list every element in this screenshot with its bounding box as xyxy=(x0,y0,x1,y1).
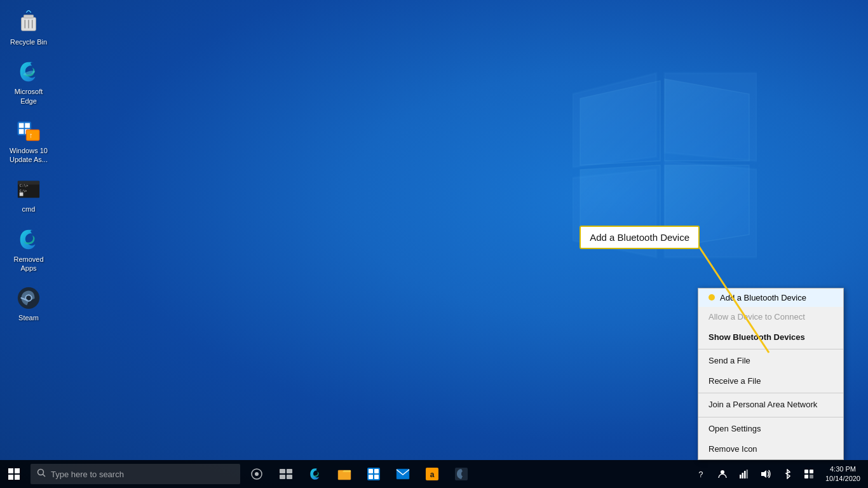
context-menu-open-settings[interactable]: Open Settings xyxy=(698,419,843,439)
recycle-bin-icon[interactable]: Recycle Bin xyxy=(3,6,54,50)
cortana-icon xyxy=(250,468,263,480)
bluetooth-tooltip: Add a Bluetooth Device xyxy=(580,226,700,249)
cmd-image: C:\> C:\> _ xyxy=(16,177,41,202)
svg-rect-33 xyxy=(15,475,20,480)
taskbar-edge-button[interactable] xyxy=(301,460,329,488)
taskbar-app8-button[interactable] xyxy=(447,460,475,488)
context-menu-receive-file[interactable]: Receive a File xyxy=(698,371,843,391)
svg-rect-9 xyxy=(24,15,33,18)
taskbar-edge-icon xyxy=(308,467,322,481)
svg-rect-61 xyxy=(810,475,813,478)
amazon-icon: a xyxy=(425,467,439,481)
context-menu-show-bluetooth[interactable]: Show Bluetooth Devices xyxy=(698,327,843,348)
taskbar-task-view-button[interactable] xyxy=(272,460,300,488)
context-menu-remove-icon[interactable]: Remove Icon xyxy=(698,439,843,459)
action-center-icon xyxy=(804,470,813,478)
svg-point-52 xyxy=(721,470,724,474)
svg-rect-15 xyxy=(19,123,24,128)
svg-text:C:\>: C:\> xyxy=(20,189,27,193)
svg-rect-46 xyxy=(369,475,373,479)
recycle-bin-label: Recycle Bin xyxy=(10,37,47,46)
cmd-label: cmd xyxy=(22,205,36,214)
search-input[interactable] xyxy=(51,470,216,479)
svg-text:C:\>: C:\> xyxy=(20,184,29,188)
svg-rect-54 xyxy=(742,473,743,478)
recycle-bin-image xyxy=(16,10,41,35)
context-menu-divider-3 xyxy=(698,417,843,417)
system-tray: ? xyxy=(691,460,868,488)
removed-apps-icon[interactable]: Removed Apps xyxy=(3,224,54,276)
taskbar-clock[interactable]: 4:30 PM 10/14/2020 xyxy=(820,460,865,488)
windows-start-icon xyxy=(8,468,20,480)
menu-bullet xyxy=(709,294,715,301)
svg-rect-44 xyxy=(369,469,373,473)
removed-apps-label: Removed Apps xyxy=(6,255,51,273)
svg-rect-31 xyxy=(15,468,20,473)
removed-apps-image xyxy=(16,227,41,252)
svg-rect-60 xyxy=(804,475,808,478)
svg-rect-41 xyxy=(287,475,292,479)
windows-update-label: Windows 10 Update As... xyxy=(6,146,51,165)
task-view-icon xyxy=(280,469,292,479)
tray-action-center-icon[interactable] xyxy=(799,460,819,488)
start-button[interactable] xyxy=(0,460,28,488)
steam-image xyxy=(16,285,41,311)
svg-rect-53 xyxy=(740,475,742,478)
taskbar-store-button[interactable] xyxy=(360,460,388,488)
tray-network-icon[interactable] xyxy=(734,460,754,488)
context-menu-join-pan[interactable]: Join a Personal Area Network xyxy=(698,395,843,415)
file-explorer-icon xyxy=(337,467,351,481)
cmd-icon[interactable]: C:\> C:\> _ cmd xyxy=(3,173,54,217)
volume-icon xyxy=(761,470,771,478)
taskbar-file-explorer-button[interactable] xyxy=(330,460,358,488)
bluetooth-context-menu: Add a Bluetooth Device Allow a Device to… xyxy=(698,288,844,460)
add-bluetooth-label: Add a Bluetooth Device xyxy=(720,293,806,302)
svg-rect-48 xyxy=(397,469,409,479)
taskbar-mail-button[interactable] xyxy=(389,460,417,488)
taskbar-amazon-button[interactable]: a xyxy=(418,460,446,488)
context-menu-add-bluetooth[interactable]: Add a Bluetooth Device xyxy=(698,288,843,307)
svg-rect-56 xyxy=(746,470,748,478)
microsoft-edge-icon[interactable]: Microsoft Edge xyxy=(3,56,54,109)
tray-help-button[interactable]: ? xyxy=(691,460,711,488)
svg-point-37 xyxy=(255,472,259,476)
svg-rect-47 xyxy=(374,475,379,479)
taskbar-apps: a xyxy=(243,460,691,488)
tray-person-button[interactable] xyxy=(712,460,733,488)
svg-rect-38 xyxy=(280,469,285,473)
svg-point-34 xyxy=(38,470,44,475)
microsoft-edge-image xyxy=(16,59,41,85)
store-icon xyxy=(367,467,381,481)
svg-rect-32 xyxy=(8,475,13,480)
context-menu-send-file[interactable]: Send a File xyxy=(698,351,843,371)
taskbar-search-icon xyxy=(37,468,46,480)
taskbar-search-bar[interactable] xyxy=(31,464,240,484)
taskbar-cortana-button[interactable] xyxy=(243,460,271,488)
svg-marker-57 xyxy=(761,470,766,478)
tray-volume-icon[interactable] xyxy=(756,460,776,488)
steam-icon[interactable]: Steam xyxy=(3,282,54,325)
svg-rect-40 xyxy=(280,475,285,479)
context-menu-allow-connect: Allow a Device to Connect xyxy=(698,307,843,327)
svg-rect-39 xyxy=(287,469,292,473)
bluetooth-icon xyxy=(783,469,791,479)
app8-icon xyxy=(454,467,468,481)
microsoft-edge-label: Microsoft Edge xyxy=(6,87,51,105)
windows-update-icon[interactable]: ↑ Windows 10 Update As... xyxy=(3,115,54,168)
clock-date: 10/14/2020 xyxy=(825,474,860,484)
svg-rect-59 xyxy=(810,470,813,473)
svg-line-35 xyxy=(43,475,46,477)
context-menu-divider-1 xyxy=(698,349,843,349)
svg-rect-30 xyxy=(8,468,13,473)
taskbar: a ? xyxy=(0,460,868,488)
svg-text:a: a xyxy=(430,470,435,479)
svg-rect-16 xyxy=(25,123,30,128)
svg-rect-55 xyxy=(744,471,746,478)
desktop-icons-container: Recycle Bin Microsoft Edge xyxy=(3,6,54,326)
bluetooth-tooltip-label: Add a Bluetooth Device xyxy=(590,232,689,243)
svg-text:↑: ↑ xyxy=(29,132,33,139)
network-icon xyxy=(740,470,749,478)
svg-rect-17 xyxy=(19,129,24,134)
tray-bluetooth-icon[interactable] xyxy=(777,460,797,488)
svg-rect-45 xyxy=(374,469,379,473)
